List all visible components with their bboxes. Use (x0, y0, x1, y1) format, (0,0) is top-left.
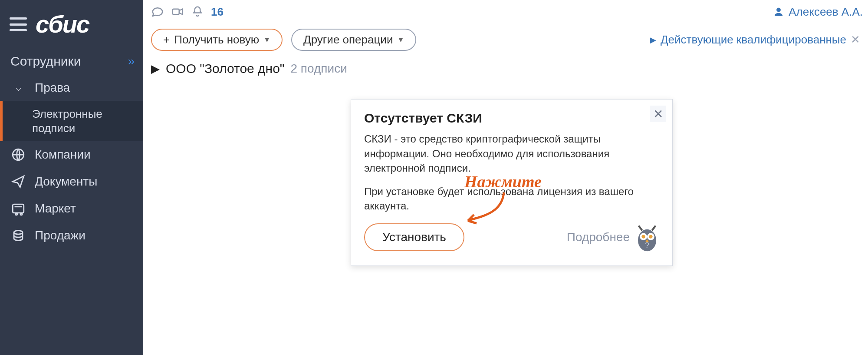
sidebar-item-label: Электронные подписи (32, 107, 133, 135)
dialog-paragraph-2: При установке будет использована лицензи… (364, 184, 659, 213)
organization-name: ООО "Золотое дно" (166, 61, 285, 76)
notification-count[interactable]: 16 (211, 5, 224, 19)
globe-icon (11, 147, 26, 162)
sidebar-item-rights[interactable]: ⌵ Права (0, 75, 143, 101)
main-content: 16 Алексеев А.А. + Получить новую ▼ Друг… (143, 0, 868, 355)
sidebar-header: сбис (0, 0, 143, 46)
bell-icon[interactable] (191, 5, 204, 18)
sidebar-item-esignatures[interactable]: Электронные подписи (0, 101, 143, 141)
expand-icon[interactable]: ▶ (151, 62, 160, 76)
toolbar: + Получить новую ▼ Другие операции ▼ ▶ Д… (143, 21, 868, 54)
cart-icon (11, 201, 26, 216)
svg-rect-1 (13, 204, 24, 213)
svg-text:?: ? (645, 241, 649, 249)
sidebar-section-label: Сотрудники (10, 54, 81, 69)
dialog-title: Отсутствует СКЗИ (364, 111, 659, 126)
plus-icon: + (163, 33, 170, 46)
sidebar-item-sales[interactable]: Продажи (0, 222, 143, 249)
user-menu[interactable]: Алексеев А.А. (773, 5, 863, 19)
topbar-left: 16 (151, 5, 224, 19)
user-icon (773, 6, 784, 17)
button-label: Другие операции (303, 33, 393, 46)
dropdown-icon: ▼ (397, 36, 404, 44)
svg-point-10 (649, 235, 652, 238)
app-logo: сбис (36, 12, 89, 36)
menu-icon[interactable] (10, 17, 27, 31)
clear-filter-icon[interactable]: ✕ (851, 33, 860, 46)
other-operations-button[interactable]: Другие операции ▼ (291, 29, 416, 51)
svg-point-9 (641, 235, 645, 238)
close-icon[interactable]: ✕ (650, 106, 666, 122)
filter-label: Действующие квалифицированные (661, 33, 846, 46)
sidebar-item-documents[interactable]: Документы (0, 168, 143, 195)
organization-row[interactable]: ▶ ООО "Золотое дно" 2 подписи (143, 54, 868, 80)
dropdown-icon: ▼ (263, 36, 270, 44)
sidebar-item-label: Документы (35, 175, 97, 189)
play-icon: ▶ (650, 35, 656, 45)
sidebar-item-market[interactable]: Маркет (0, 195, 143, 222)
sidebar-item-label: Компании (35, 148, 91, 162)
chevron-down-icon: ⌵ (16, 82, 21, 93)
svg-point-4 (14, 231, 23, 235)
svg-point-3 (20, 213, 22, 215)
coins-icon (11, 228, 26, 243)
dialog-paragraph-1: СКЗИ - это средство криптографической за… (364, 132, 659, 176)
button-label: Получить новую (174, 33, 259, 46)
more-info[interactable]: Подробнее ? (567, 222, 659, 252)
chevron-right-double-icon[interactable]: » (128, 54, 133, 68)
sidebar-item-companies[interactable]: Компании (0, 141, 143, 168)
more-link[interactable]: Подробнее (567, 230, 630, 244)
video-icon[interactable] (171, 5, 184, 18)
dialog-actions: Установить Подробнее ? (364, 222, 659, 252)
paper-plane-icon (11, 174, 26, 189)
filter-current[interactable]: ▶ Действующие квалифицированные ✕ (650, 33, 860, 46)
topbar: 16 Алексеев А.А. (143, 0, 868, 21)
owl-icon: ? (635, 222, 659, 252)
user-name: Алексеев А.А. (789, 5, 863, 19)
chat-icon[interactable] (151, 5, 164, 18)
install-button[interactable]: Установить (364, 223, 464, 251)
sidebar-item-label: Продажи (35, 229, 85, 242)
svg-rect-5 (173, 9, 179, 15)
sidebar-item-label: Маркет (35, 202, 76, 216)
sidebar: сбис Сотрудники » ⌵ Права Электронные по… (0, 0, 143, 355)
missing-skzi-dialog: ✕ Отсутствует СКЗИ СКЗИ - это средство к… (351, 99, 673, 266)
get-new-button[interactable]: + Получить новую ▼ (151, 29, 283, 51)
sidebar-section-employees[interactable]: Сотрудники » (0, 46, 143, 75)
signature-count: 2 подписи (291, 62, 347, 76)
sidebar-item-label: Права (35, 81, 70, 95)
dialog-body: СКЗИ - это средство криптографической за… (364, 132, 659, 213)
svg-point-2 (16, 213, 17, 215)
